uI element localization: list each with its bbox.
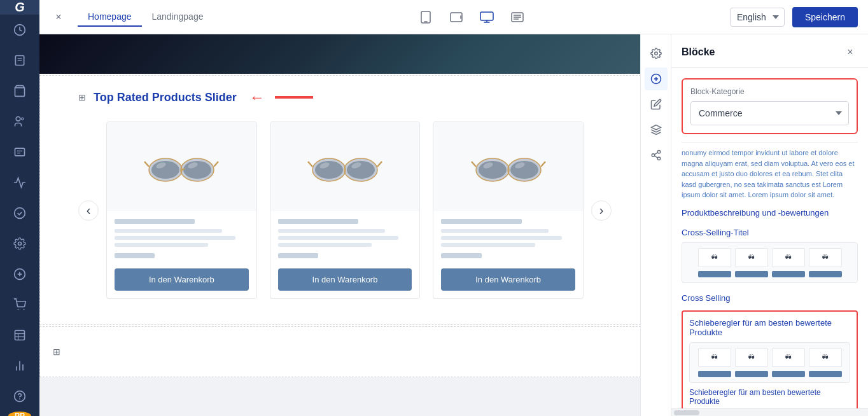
product-title-bar — [115, 219, 195, 224]
layers-toolbar-icon[interactable] — [645, 118, 668, 141]
canvas-hero — [39, 34, 640, 74]
mobile-view-button[interactable] — [416, 7, 436, 27]
product-image-3 — [433, 122, 583, 211]
add-to-cart-button-1[interactable]: In den Warenkorb — [115, 268, 249, 291]
add-circle-toolbar-icon[interactable] — [645, 67, 668, 90]
svg-line-48 — [377, 162, 382, 167]
product-content-2: In den Warenkorb — [270, 211, 420, 298]
product-content-3: In den Warenkorb — [433, 211, 583, 298]
save-button[interactable]: Speichern — [792, 7, 858, 27]
language-select[interactable]: English — [730, 8, 785, 27]
category-select-wrapper: Commerce Layout Text Media — [690, 101, 849, 125]
svg-line-36 — [144, 162, 149, 167]
product-image-1 — [107, 122, 256, 211]
svg-line-58 — [541, 162, 545, 167]
schieberegler-preview: 🕶 🕶 🕶 🕶 — [689, 342, 850, 383]
topbar: × Homepage Landingpage English Speichern — [39, 0, 868, 34]
sidebar-icon-shop[interactable] — [0, 76, 39, 106]
panel-header: Blöcke × — [671, 34, 868, 68]
svg-point-11 — [18, 242, 22, 246]
svg-point-10 — [15, 208, 25, 219]
add-to-cart-button-3[interactable]: In den Warenkorb — [441, 268, 575, 291]
tab-landingpage[interactable]: Landingpage — [142, 8, 214, 27]
product-content-1: In den Warenkorb — [107, 211, 256, 298]
edit-toolbar-icon[interactable] — [645, 93, 668, 116]
section-toggle-empty-icon[interactable]: ⊞ — [53, 347, 60, 357]
panel-close-button[interactable]: × — [843, 45, 858, 60]
product-card-1: In den Warenkorb — [106, 121, 257, 299]
svg-rect-27 — [480, 12, 493, 20]
block-item-produktbeschreibung[interactable]: Produktbeschreibung und -bewertungen — [682, 208, 858, 218]
category-select[interactable]: Commerce Layout Text Media — [691, 102, 848, 125]
app-logo[interactable]: G — [0, 0, 39, 15]
share-toolbar-icon[interactable] — [645, 144, 668, 167]
product-card-2: In den Warenkorb — [270, 121, 421, 299]
gear-toolbar-icon[interactable] — [645, 42, 668, 65]
products-slider: ‹ — [78, 121, 612, 299]
sidebar-icon-add[interactable] — [0, 259, 39, 289]
svg-point-70 — [657, 157, 661, 160]
svg-point-63 — [654, 52, 657, 55]
cross-selling-titel-preview: 🕶 🕶 🕶 🕶 — [682, 242, 858, 283]
sidebar-icon-pages[interactable] — [0, 45, 39, 76]
page-canvas: ⊞ Top Rated Products Slider ← ‹ — [39, 34, 640, 377]
block-item-schieberegler[interactable]: Schieberegler für am besten bewertete Pr… — [682, 310, 858, 409]
section-toggle-icon[interactable]: ⊞ — [78, 92, 86, 102]
sidebar-icon-analytics[interactable] — [0, 350, 39, 381]
schieberegler-footer-label: Schieberegler für am besten bewertete Pr… — [689, 388, 850, 406]
slider-next-button[interactable]: › — [591, 200, 612, 221]
add-to-cart-button-2[interactable]: In den Warenkorb — [278, 268, 412, 291]
svg-line-72 — [654, 153, 657, 155]
svg-line-57 — [472, 162, 476, 167]
topbar-tabs: Homepage Landingpage — [78, 8, 213, 27]
sidebar-icon-forms[interactable] — [0, 137, 39, 167]
view-controls — [213, 7, 729, 27]
list-view-button[interactable] — [507, 7, 528, 27]
sidebar-icon-users[interactable] — [0, 106, 39, 137]
sidebar-icon-dashboard[interactable] — [0, 15, 39, 45]
block-item-title-produktbeschreibung: Produktbeschreibung und -bewertungen — [682, 208, 858, 218]
svg-point-6 — [22, 118, 24, 120]
sidebar-icon-table[interactable] — [0, 320, 39, 350]
slider-prev-button[interactable]: ‹ — [78, 200, 99, 221]
svg-point-5 — [16, 117, 20, 121]
tablet-view-button[interactable] — [446, 7, 466, 27]
canvas-container: ⊞ Top Rated Products Slider ← ‹ — [39, 34, 640, 416]
svg-point-16 — [24, 309, 25, 310]
panel-bottom-scrollbar[interactable] — [671, 408, 868, 416]
category-section: Block-Kategorie Commerce Layout Text Med… — [682, 78, 858, 134]
canvas-wrapper: ⊞ Top Rated Products Slider ← ‹ — [39, 34, 868, 416]
arrow-icon: ← — [249, 88, 265, 106]
block-item-title-schieberegler: Schieberegler für am besten bewertete Pr… — [689, 318, 850, 337]
section-header: ⊞ Top Rated Products Slider ← — [78, 88, 612, 106]
text-block: nonumy eirmod tempor invidunt ut labore … — [682, 142, 858, 200]
svg-point-15 — [18, 309, 19, 310]
sidebar-icon-help[interactable] — [0, 381, 39, 412]
products-grid: In den Warenkorb — [99, 121, 591, 299]
product-image-2 — [270, 122, 420, 211]
sidebar-icon-orders[interactable] — [0, 198, 39, 228]
sidebar-icon-cart[interactable] — [0, 289, 39, 320]
sidebar-icon-marketing[interactable] — [0, 167, 39, 198]
category-label: Block-Kategorie — [690, 87, 849, 96]
close-button[interactable]: × — [50, 8, 67, 26]
svg-line-37 — [214, 162, 218, 167]
topbar-right: English Speichern — [730, 7, 858, 27]
panel-bottom-scrollbar-thumb — [674, 410, 699, 415]
svg-point-69 — [652, 154, 655, 157]
main-area: × Homepage Landingpage English Speichern — [39, 0, 868, 416]
section-title: Top Rated Products Slider — [94, 91, 237, 104]
svg-rect-7 — [15, 148, 25, 156]
block-item-cross-selling-titel[interactable]: Cross-Selling-Titel 🕶 🕶 🕶 — [682, 228, 858, 283]
svg-rect-17 — [15, 331, 25, 340]
canvas-toolbar — [640, 34, 671, 416]
user-avatar[interactable]: PP — [8, 412, 31, 416]
sidebar-icon-settings[interactable] — [0, 228, 39, 259]
left-sidebar: G PP — [0, 0, 39, 416]
tab-homepage[interactable]: Homepage — [78, 8, 142, 27]
desktop-view-button[interactable] — [477, 7, 497, 27]
panel-body: Block-Kategorie Commerce Layout Text Med… — [671, 68, 868, 408]
product-card-3: In den Warenkorb — [433, 121, 584, 299]
svg-line-47 — [308, 162, 312, 167]
cross-selling-label: Cross Selling — [682, 293, 858, 303]
